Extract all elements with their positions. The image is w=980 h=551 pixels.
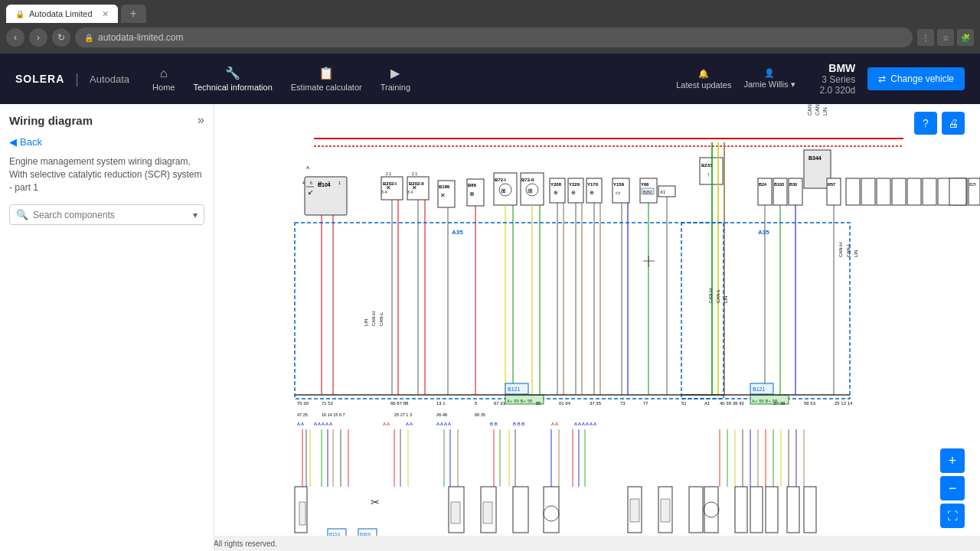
svg-text:4: 4 — [302, 181, 305, 185]
zoom-out-button[interactable]: − — [940, 476, 965, 500]
address-bar[interactable]: 🔒 autodata-limited.com — [75, 28, 913, 47]
svg-text:16 14 15 6 7: 16 14 15 6 7 — [322, 412, 345, 417]
svg-rect-75 — [907, 178, 921, 205]
svg-text:A A A A: A A A A — [436, 422, 451, 426]
svg-text:2: 2 — [328, 181, 330, 185]
svg-rect-218 — [704, 487, 718, 533]
tab-label: Autodata Limited — [29, 9, 93, 18]
diagram-area[interactable]: ? 🖨 CAN-H CAN-L LIN B104 A 4 6 1 — [214, 104, 980, 551]
back-arrow-icon: ◀ — [9, 136, 17, 148]
svg-text:40 38 39 43: 40 38 39 43 — [720, 401, 744, 406]
diagram-description: Engine management system wiring diagram,… — [9, 155, 204, 194]
sidebar: Wiring diagram » ◀ Back Engine managemen… — [0, 104, 214, 551]
svg-rect-216 — [689, 487, 703, 533]
svg-text:1: 1 — [338, 181, 341, 185]
zoom-fit-icon: ⛶ — [947, 510, 958, 522]
svg-text:✕: ✕ — [386, 184, 391, 191]
svg-text:51: 51 — [681, 401, 687, 406]
svg-text:B121: B121 — [753, 386, 765, 392]
svg-rect-228 — [804, 487, 816, 533]
browser-chrome: 🔒 Autodata Limited ✕ + ‹ › ↻ 🔒 autodata-… — [0, 0, 980, 54]
nav-label-estimate: Estimate calculator — [291, 83, 362, 92]
svg-text:2 1: 2 1 — [412, 171, 417, 176]
user-menu-btn[interactable]: 👤 Jamie Willis ▾ — [743, 68, 795, 90]
svg-text:61 94: 61 94 — [559, 401, 571, 406]
browser-menu-btn[interactable]: ⋮ — [917, 29, 934, 46]
svg-text:CAN-H: CAN-H — [371, 311, 376, 326]
svg-text:A1: A1 — [704, 401, 710, 406]
svg-text:70 30: 70 30 — [297, 401, 309, 406]
svg-text:CAN-L: CAN-L — [379, 311, 384, 326]
collapse-sidebar-button[interactable]: » — [198, 113, 204, 127]
vehicle-model-text: 3 Series — [822, 74, 855, 85]
wiring-diagram-svg: CAN-H CAN-L LIN B104 A 4 6 14 2 1 ↙ B202… — [214, 104, 980, 551]
browser-tab-new[interactable]: + — [121, 5, 146, 23]
svg-text:LIN: LIN — [822, 107, 828, 116]
zoom-controls: + − ⛶ — [940, 448, 965, 528]
help-button[interactable]: ? — [914, 112, 937, 135]
svg-text:A A: A A — [383, 422, 390, 426]
browser-tab-active[interactable]: 🔒 Autodata Limited ✕ — [6, 5, 118, 23]
browser-bookmark-btn[interactable]: ☆ — [937, 29, 954, 46]
svg-text:B25: B25 — [969, 182, 976, 187]
search-input[interactable] — [33, 210, 188, 220]
back-label: Back — [20, 136, 42, 148]
svg-rect-21 — [407, 177, 429, 200]
help-icon: ? — [923, 117, 929, 129]
print-button[interactable]: 🖨 — [942, 112, 965, 135]
updates-label: Latest updates — [676, 80, 731, 90]
main-content: Wiring diagram » ◀ Back Engine managemen… — [0, 104, 980, 551]
address-text: autodata-limited.com — [98, 32, 183, 43]
app-header: SOLERA | Autodata ⌂ Home 🔧 Technical inf… — [0, 54, 980, 104]
zoom-fit-button[interactable]: ⛶ — [940, 504, 965, 528]
svg-rect-73 — [877, 178, 890, 205]
zoom-in-button[interactable]: + — [940, 448, 965, 473]
nav-item-technical[interactable]: 🔧 Technical information — [193, 66, 272, 92]
sidebar-header: Wiring diagram » — [9, 113, 204, 127]
svg-rect-226 — [787, 487, 799, 533]
vehicle-model: 3 Series 2.0 320d — [820, 74, 856, 96]
vehicle-info: BMW 3 Series 2.0 320d — [820, 62, 856, 96]
nav-forward-button[interactable]: › — [29, 28, 47, 47]
autodata-brand: Autodata — [90, 73, 129, 85]
svg-text:Y170: Y170 — [587, 182, 599, 187]
browser-extension-btn[interactable]: 🧩 — [957, 29, 974, 46]
svg-text:LIN: LIN — [724, 296, 728, 303]
svg-text:B B B: B B B — [513, 422, 524, 426]
change-vehicle-button[interactable]: ⇄ Change vehicle — [867, 67, 965, 90]
nav-label-training: Training — [381, 83, 410, 92]
svg-rect-246 — [949, 178, 966, 205]
nav-label-technical: Technical information — [193, 83, 272, 92]
svg-text:B B: B B — [490, 422, 498, 426]
svg-rect-211 — [630, 499, 639, 522]
latest-updates-btn[interactable]: 🔔 Latest updates — [676, 69, 731, 90]
svg-text:47 25: 47 25 — [297, 412, 308, 417]
browser-controls: ‹ › ↻ 🔒 autodata-limited.com ⋮ ☆ 🧩 — [6, 24, 974, 51]
svg-rect-74 — [892, 178, 906, 205]
svg-text:37 35: 37 35 — [590, 401, 602, 406]
svg-rect-200 — [451, 502, 460, 523]
nav-item-estimate[interactable]: 📋 Estimate calculator — [291, 66, 362, 92]
nav-item-home[interactable]: ⌂ Home — [152, 67, 175, 92]
svg-text:▭: ▭ — [616, 190, 621, 195]
svg-rect-214 — [661, 499, 670, 522]
svg-text:26-48: 26-48 — [436, 412, 447, 417]
svg-text:↙: ↙ — [308, 188, 314, 196]
svg-text:68 35: 68 35 — [475, 412, 485, 417]
logo-divider: | — [75, 71, 79, 87]
search-dropdown-button[interactable]: ▾ — [193, 210, 198, 220]
back-link[interactable]: ◀ Back — [9, 136, 204, 148]
svg-text:77: 77 — [643, 401, 648, 406]
svg-rect-222 — [750, 487, 763, 533]
svg-text:B344: B344 — [808, 155, 822, 161]
svg-rect-224 — [766, 487, 778, 533]
logo-area: SOLERA | Autodata — [15, 71, 129, 87]
svg-text:B72-II: B72-II — [521, 178, 534, 182]
nav-refresh-button[interactable]: ↻ — [52, 28, 70, 47]
svg-rect-16 — [381, 177, 403, 200]
nav-item-training[interactable]: ▶ Training — [381, 66, 410, 92]
search-icon: 🔍 — [16, 209, 28, 220]
nav-back-button[interactable]: ‹ — [6, 28, 24, 47]
svg-text:✕: ✕ — [412, 184, 417, 191]
svg-text:A A A A A: A A A A A — [314, 422, 332, 426]
